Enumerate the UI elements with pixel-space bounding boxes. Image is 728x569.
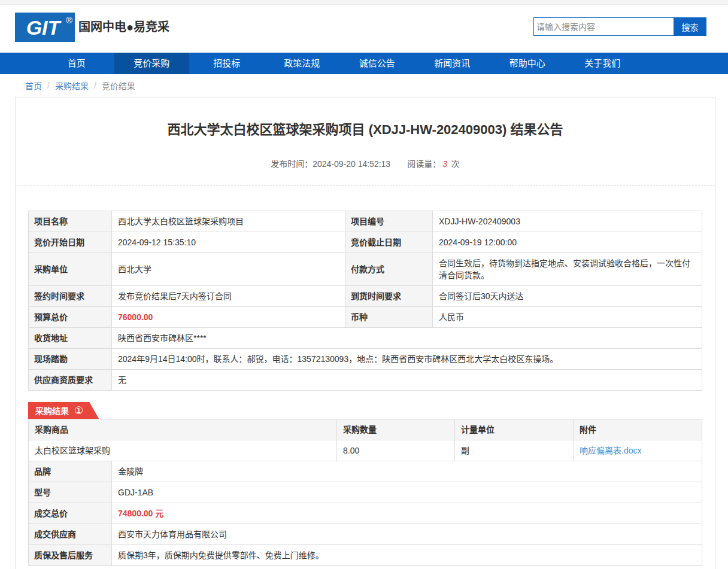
info-value-text: 2024-09-19 12:00:00 — [439, 238, 517, 247]
result-detail-row: 质保及售后服务质保期3年，质保期内免费提供零部件、免费上门维修。 — [29, 545, 702, 566]
info-value-cell: 2024-09-19 12:00:00 — [433, 232, 702, 253]
attachment-link[interactable]: 响应偏离表.docx — [580, 446, 641, 455]
logo-git-text: GIT — [26, 17, 60, 38]
info-label-cell: 现场踏勘 — [29, 349, 112, 370]
result-detail-row: 品牌金陵牌 — [29, 461, 702, 482]
result-product-row: 太白校区篮球架采购8.00副响应偏离表.docx — [29, 440, 702, 461]
result-header-cell: 采购数量 — [337, 419, 455, 440]
info-table-row: 收货地址陕西省西安市碑林区**** — [29, 328, 702, 349]
nav-item-4[interactable]: 诚信公告 — [339, 53, 415, 74]
site-header: GIT® 国网中电●易竞采 搜索 — [0, 5, 728, 53]
info-label-cell: 到货时间要求 — [345, 286, 433, 307]
info-table-row: 竞价开始日期2024-09-12 15:35:10竞价截止日期2024-09-1… — [29, 232, 702, 253]
nav-item-1[interactable]: 竞价采购 — [114, 53, 190, 74]
nav-item-6[interactable]: 帮助中心 — [490, 53, 565, 74]
result-detail-value: 西安市天力体育用品有限公司 — [112, 524, 702, 545]
info-label-cell: 竞价截止日期 — [345, 232, 433, 253]
result-detail-label: 成交总价 — [29, 503, 112, 524]
result-header-cell: 附件 — [574, 419, 702, 440]
info-value-cell: 西北大学 — [112, 253, 345, 286]
breadcrumb-item-1[interactable]: 采购结果 — [55, 80, 89, 92]
nav-item-5[interactable]: 新闻资讯 — [415, 53, 490, 74]
view-count: 阅读量：3 次 — [407, 159, 460, 169]
info-value-cell: 陕西省西安市碑林区**** — [112, 328, 702, 349]
info-value-text: 2024年9月14日14:00时，联系人：郝锐，电话：13572130093，地… — [118, 354, 558, 364]
publish-time: 发布时间：2024-09-20 14:52:13 — [271, 159, 390, 169]
result-detail-value: GDJ-1AB — [112, 482, 702, 503]
info-value-cell: 西北大学太白校区篮球架采购项目 — [112, 211, 345, 232]
result-detail-row: 成交总价74800.00 元 — [29, 503, 702, 524]
info-table-row: 预算总价76000.00币种人民币 — [29, 307, 702, 328]
result-cell-name: 太白校区篮球架采购 — [29, 440, 337, 461]
result-detail-label: 质保及售后服务 — [29, 545, 112, 566]
result-table-header-row: 采购商品采购数量计量单位附件 — [29, 419, 702, 440]
site-search: 搜索 — [533, 17, 706, 36]
result-detail-label: 成交供应商 — [29, 524, 112, 545]
result-detail-text: 西安市天力体育用品有限公司 — [118, 530, 227, 539]
nav-item-0[interactable]: 首页 — [39, 53, 114, 74]
info-label-cell: 竞价开始日期 — [29, 232, 112, 253]
info-value-cell: 合同生效后，待货物到达指定地点、安装调试验收合格后，一次性付清合同货款。 — [433, 253, 702, 286]
info-value-text: 发布竞价结果后7天内签订合同 — [118, 291, 232, 301]
info-value-cell: 2024-09-12 15:35:10 — [112, 232, 345, 253]
result-badge-label: 采购结果 — [35, 404, 69, 416]
search-button[interactable]: 搜索 — [674, 17, 706, 36]
registered-trademark-icon: ® — [66, 16, 72, 25]
info-table-row: 采购单位西北大学付款方式合同生效后，待货物到达指定地点、安装调试验收合格后，一次… — [29, 253, 702, 286]
result-detail-value: 金陵牌 — [112, 461, 702, 482]
info-label-cell: 供应商资质要求 — [29, 370, 112, 391]
breadcrumb-separator: / — [94, 81, 96, 90]
info-table-row: 项目名称西北大学太白校区篮球架采购项目项目编号XDJJ-HW-202409003 — [29, 211, 702, 232]
info-label-cell: 签约时间要求 — [29, 286, 112, 307]
nav-item-7[interactable]: 关于我们 — [565, 53, 641, 74]
dashed-divider — [16, 185, 715, 186]
site-brand-title: 国网中电●易竞采 — [78, 5, 169, 49]
site-logo[interactable]: GIT® — [15, 13, 75, 42]
info-value-cell: 2024年9月14日14:00时，联系人：郝锐，电话：13572130093，地… — [112, 349, 702, 370]
result-section-badge: 采购结果 ① — [28, 402, 99, 419]
info-label-cell: 预算总价 — [29, 307, 112, 328]
content-card: 西北大学太白校区篮球架采购项目 (XDJJ-HW-202409003) 结果公告… — [15, 97, 715, 569]
breadcrumb: 首页/采购结果/竞价结果 — [15, 74, 715, 97]
info-value-text: 人民币 — [439, 312, 464, 322]
result-detail-text: 金陵牌 — [118, 467, 143, 476]
info-value-text: 无 — [118, 375, 126, 385]
info-label-cell: 收货地址 — [29, 328, 112, 349]
info-label-cell: 币种 — [345, 307, 433, 328]
result-table: 采购商品采购数量计量单位附件太白校区篮球架采购8.00副响应偏离表.docx品牌… — [28, 419, 702, 566]
info-value-cell: 无 — [112, 370, 702, 391]
result-detail-text: GDJ-1AB — [118, 488, 153, 497]
deal-price-value: 74800.00 元 — [118, 509, 163, 518]
info-value-text: XDJJ-HW-202409003 — [439, 217, 520, 226]
info-value-text: 合同签订后30天内送达 — [439, 291, 524, 301]
result-header-cell: 计量单位 — [455, 419, 574, 440]
info-value-cell: 合同签订后30天内送达 — [433, 286, 702, 307]
nav-item-2[interactable]: 招投标 — [189, 53, 265, 74]
info-value-cell: 人民币 — [433, 307, 702, 328]
info-value-text: 陕西省西安市碑林区**** — [118, 333, 207, 343]
info-label-cell: 项目名称 — [29, 211, 112, 232]
result-cell-attachment: 响应偏离表.docx — [574, 440, 702, 461]
breadcrumb-item-0[interactable]: 首页 — [25, 80, 42, 92]
result-detail-label: 品牌 — [29, 461, 112, 482]
result-detail-value: 74800.00 元 — [112, 503, 702, 524]
result-detail-row: 型号GDJ-1AB — [29, 482, 702, 503]
main-nav: 首页竞价采购招投标政策法规诚信公告新闻资讯帮助中心关于我们 — [0, 53, 728, 74]
price-value: 76000.00 — [118, 312, 153, 322]
page-title: 西北大学太白校区篮球架采购项目 (XDJJ-HW-202409003) 结果公告 — [28, 121, 702, 139]
info-label-cell: 采购单位 — [29, 253, 112, 286]
result-detail-row: 成交供应商西安市天力体育用品有限公司 — [29, 524, 702, 545]
search-input[interactable] — [533, 17, 674, 36]
result-cell-quantity: 8.00 — [337, 440, 455, 461]
result-cell-unit: 副 — [455, 440, 574, 461]
breadcrumb-separator: / — [47, 81, 50, 90]
info-table-row: 签约时间要求发布竞价结果后7天内签订合同到货时间要求合同签订后30天内送达 — [29, 286, 702, 307]
info-value-text: 2024-09-12 15:35:10 — [118, 238, 196, 247]
nav-item-3[interactable]: 政策法规 — [265, 53, 340, 74]
info-value-text: 合同生效后，待货物到达指定地点、安装调试验收合格后，一次性付清合同货款。 — [439, 258, 690, 280]
info-label-cell: 付款方式 — [345, 253, 433, 286]
info-table-row: 现场踏勘2024年9月14日14:00时，联系人：郝锐，电话：135721300… — [29, 349, 702, 370]
result-detail-text: 质保期3年，质保期内免费提供零部件、免费上门维修。 — [118, 550, 324, 560]
top-strip — [0, 0, 728, 5]
result-detail-label: 型号 — [29, 482, 112, 503]
